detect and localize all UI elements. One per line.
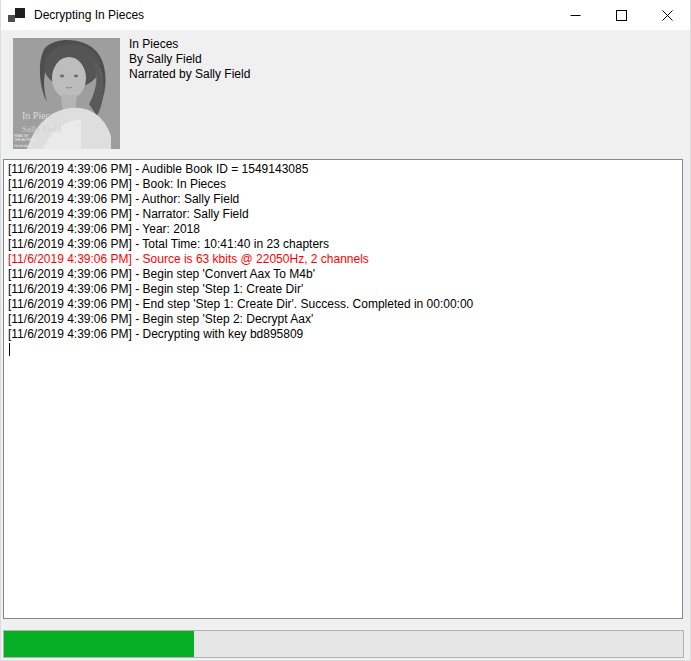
app-icon [8, 7, 25, 24]
log-line: [11/6/2019 4:39:06 PM] - Narrator: Sally… [8, 207, 680, 222]
maximize-icon [616, 10, 627, 21]
book-info: In Pieces By Sally Field Narrated by Sal… [129, 37, 250, 82]
book-author: By Sally Field [129, 52, 250, 67]
maximize-button[interactable] [598, 0, 644, 30]
minimize-icon [570, 10, 581, 21]
book-cover-art: In Pieces Sally Field READ BY THE AUTHOR… [9, 38, 120, 149]
window-controls [552, 0, 690, 30]
window-title: Decrypting In Pieces [34, 8, 144, 22]
minimize-button[interactable] [552, 0, 598, 30]
log-line: [11/6/2019 4:39:06 PM] - Source is 63 kb… [8, 252, 680, 267]
log-textbox[interactable]: [11/6/2019 4:39:06 PM] - Audible Book ID… [3, 159, 683, 619]
log-line: [11/6/2019 4:39:06 PM] - Total Time: 10:… [8, 237, 680, 252]
log-line: [11/6/2019 4:39:06 PM] - Year: 2018 [8, 222, 680, 237]
titlebar[interactable]: Decrypting In Pieces [1, 0, 690, 30]
cover-readby-line2: THE AUTHOR [14, 138, 36, 142]
close-button[interactable] [644, 0, 690, 30]
log-lines: [11/6/2019 4:39:06 PM] - Audible Book ID… [8, 162, 680, 342]
book-narrator: Narrated by Sally Field [129, 67, 250, 82]
log-line: [11/6/2019 4:39:06 PM] - Audible Book ID… [8, 162, 680, 177]
log-line: [11/6/2019 4:39:06 PM] - Book: In Pieces [8, 177, 680, 192]
cover-author-text: Sally Field [22, 124, 62, 134]
book-title: In Pieces [129, 37, 250, 52]
progress-fill [4, 631, 194, 657]
log-line: [11/6/2019 4:39:06 PM] - Begin step 'Ste… [8, 312, 680, 327]
log-line: [11/6/2019 4:39:06 PM] - Decrypting with… [8, 327, 680, 342]
text-caret [9, 343, 10, 356]
cover-edition-text: Unabridged [14, 144, 33, 148]
progress-bar [3, 630, 684, 658]
log-line: [11/6/2019 4:39:06 PM] - End step 'Step … [8, 297, 680, 312]
log-line: [11/6/2019 4:39:06 PM] - Begin step 'Ste… [8, 282, 680, 297]
app-icon-square-large [15, 8, 25, 18]
log-line: [11/6/2019 4:39:06 PM] - Begin step 'Con… [8, 267, 680, 282]
app-window: Decrypting In Pieces [0, 0, 691, 661]
close-icon [662, 10, 673, 21]
log-line: [11/6/2019 4:39:06 PM] - Author: Sally F… [8, 192, 680, 207]
book-cover-image: In Pieces Sally Field READ BY THE AUTHOR… [9, 38, 120, 149]
app-icon-square-small [8, 15, 15, 22]
cover-title-text: In Pieces [22, 110, 58, 121]
